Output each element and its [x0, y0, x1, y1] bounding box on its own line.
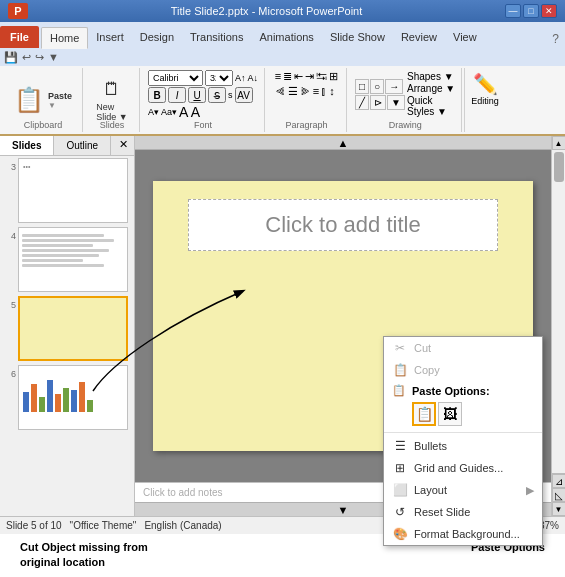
quick-styles-button[interactable]: QuickStyles ▼ [407, 95, 455, 117]
font-size-aa-button[interactable]: A A [179, 104, 200, 120]
slide-preview-3[interactable]: ••• [18, 158, 128, 223]
new-slide-button[interactable]: 🗒 NewSlide ▼ [92, 77, 131, 124]
ctx-format-bg[interactable]: 🎨 Format Background... [384, 523, 542, 545]
title-bar: P Title Slide2.pptx - Microsoft PowerPoi… [0, 0, 565, 22]
slide-thumb-4[interactable]: 4 [2, 227, 132, 292]
bullets-icon: ☰ [392, 438, 408, 454]
tab-animations[interactable]: Animations [251, 26, 321, 48]
format-bg-icon: 🎨 [392, 526, 408, 542]
ctx-paste-label: 📋 Paste Options: [384, 381, 542, 400]
paste-button[interactable]: 📋 Paste ▼ [10, 82, 76, 118]
text-direction-button[interactable]: ⭾ [316, 70, 327, 83]
vertical-scrollbar[interactable]: ▲ ⊿ ◺ ▼ [551, 136, 565, 516]
aa-button[interactable]: Aa▾ [161, 107, 177, 117]
shape-rect[interactable]: □ [355, 79, 369, 94]
slide-preview-5[interactable] [18, 296, 128, 361]
ctx-sep1 [384, 432, 542, 433]
underline-button[interactable]: U [188, 87, 206, 103]
tab-home[interactable]: Home [41, 27, 88, 49]
scroll-up-button[interactable]: ▲ [135, 136, 551, 150]
decrease-indent-button[interactable]: ⇤ [294, 70, 303, 83]
ctx-bullets[interactable]: ☰ Bullets [384, 435, 542, 457]
scroll-prev-slide[interactable]: ⊿ [552, 474, 566, 488]
arrange-button[interactable]: Arrange ▼ [407, 83, 455, 94]
slide-num-3: 3 [2, 158, 16, 172]
bullet-list-button[interactable]: ≡ [275, 70, 281, 83]
paragraph-group: ≡ ≣ ⇤ ⇥ ⭾ ⊞ ⫷ ☰ ⫸ ≡ ⫿ ↕ Paragraph [267, 68, 347, 132]
tab-review[interactable]: Review [393, 26, 445, 48]
customize-qa-button[interactable]: ▼ [48, 51, 59, 63]
shape-oval[interactable]: ○ [370, 79, 384, 94]
text-shadow-button[interactable]: s [228, 90, 233, 100]
align-right-button[interactable]: ⫸ [300, 85, 311, 98]
char-spacing-button[interactable]: AV [235, 87, 253, 103]
ctx-grid-guides[interactable]: ⊞ Grid and Guides... [384, 457, 542, 479]
slides-label: Slides [85, 120, 139, 130]
scroll-next-slide[interactable]: ◺ [552, 488, 566, 502]
left-panel: Slides Outline ✕ 3 ••• 4 [0, 136, 135, 516]
slides-tab[interactable]: Slides [0, 136, 54, 155]
columns-button[interactable]: ⫿ [321, 85, 327, 98]
font-grow-button[interactable]: A↑ [235, 73, 246, 83]
editing-label: Editing [471, 96, 499, 106]
panel-close-button[interactable]: ✕ [113, 136, 134, 155]
italic-button[interactable]: I [168, 87, 186, 103]
editing-icon: ✏️ [473, 72, 498, 96]
slide-preview-4[interactable] [18, 227, 128, 292]
notes-placeholder: Click to add notes [143, 487, 223, 498]
font-group: Calibri 32 A↑ A↓ B I U S̶ s AV A▾ Aa▾ A … [142, 68, 265, 132]
scroll-down-arrow[interactable]: ▼ [552, 502, 566, 516]
tab-insert[interactable]: Insert [88, 26, 132, 48]
slide-thumb-5[interactable]: 5 [2, 296, 132, 361]
clipboard-group: 📋 Paste ▼ Clipboard [4, 68, 83, 132]
scroll-thumb[interactable] [554, 152, 564, 182]
align-center-button[interactable]: ☰ [288, 85, 298, 98]
paste-option-1[interactable]: 📋 [412, 402, 436, 426]
save-qa-button[interactable]: 💾 [4, 51, 18, 64]
font-family-select[interactable]: Calibri [148, 70, 203, 86]
scroll-up-arrow[interactable]: ▲ [552, 136, 566, 150]
convert-to-smartart-button[interactable]: ⊞ [329, 70, 338, 83]
redo-qa-button[interactable]: ↪ [35, 51, 44, 64]
bold-button[interactable]: B [148, 87, 166, 103]
font-color-button[interactable]: A▾ [148, 107, 159, 117]
ctx-cut: ✂ Cut [384, 337, 542, 359]
line-spacing-button[interactable]: ↕ [329, 85, 335, 98]
close-button[interactable]: ✕ [541, 4, 557, 18]
shapes-button[interactable]: Shapes ▼ [407, 71, 455, 82]
slides-list: 3 ••• 4 [0, 156, 134, 516]
minimize-button[interactable]: — [505, 4, 521, 18]
strikethrough-button[interactable]: S̶ [208, 87, 226, 103]
layout-submenu-arrow: ▶ [526, 484, 534, 497]
file-tab[interactable]: File [0, 26, 39, 48]
shape-chevron[interactable]: ⊳ [370, 95, 386, 110]
slide-thumb-6[interactable]: 6 [2, 365, 132, 430]
window-title: Title Slide2.pptx - Microsoft PowerPoint [28, 5, 505, 17]
tab-slideshow[interactable]: Slide Show [322, 26, 393, 48]
ctx-reset-slide[interactable]: ↺ Reset Slide [384, 501, 542, 523]
slide-canvas[interactable]: Click to add title ✂ Cut [153, 181, 533, 451]
align-left-button[interactable]: ⫷ [275, 85, 286, 98]
tab-transitions[interactable]: Transitions [182, 26, 251, 48]
ctx-layout[interactable]: ⬜ Layout ▶ [384, 479, 542, 501]
tab-view[interactable]: View [445, 26, 485, 48]
shape-more[interactable]: ▼ [387, 95, 405, 110]
slide-thumb-3[interactable]: 3 ••• [2, 158, 132, 223]
increase-indent-button[interactable]: ⇥ [305, 70, 314, 83]
shape-line[interactable]: ╱ [355, 95, 369, 110]
maximize-button[interactable]: □ [523, 4, 539, 18]
outline-tab[interactable]: Outline [54, 136, 111, 155]
shape-arrow[interactable]: → [385, 79, 403, 94]
slide-preview-6[interactable] [18, 365, 128, 430]
help-button[interactable]: ? [546, 30, 565, 48]
font-shrink-button[interactable]: A↓ [248, 73, 259, 83]
tab-design[interactable]: Design [132, 26, 182, 48]
undo-qa-button[interactable]: ↩ [22, 51, 31, 64]
justify-button[interactable]: ≡ [313, 85, 319, 98]
title-placeholder[interactable]: Click to add title [188, 199, 498, 251]
font-size-select[interactable]: 32 [205, 70, 233, 86]
numbered-list-button[interactable]: ≣ [283, 70, 292, 83]
window-controls[interactable]: — □ ✕ [505, 4, 557, 18]
paste-option-2[interactable]: 🖼 [438, 402, 462, 426]
title-placeholder-text: Click to add title [265, 212, 420, 238]
